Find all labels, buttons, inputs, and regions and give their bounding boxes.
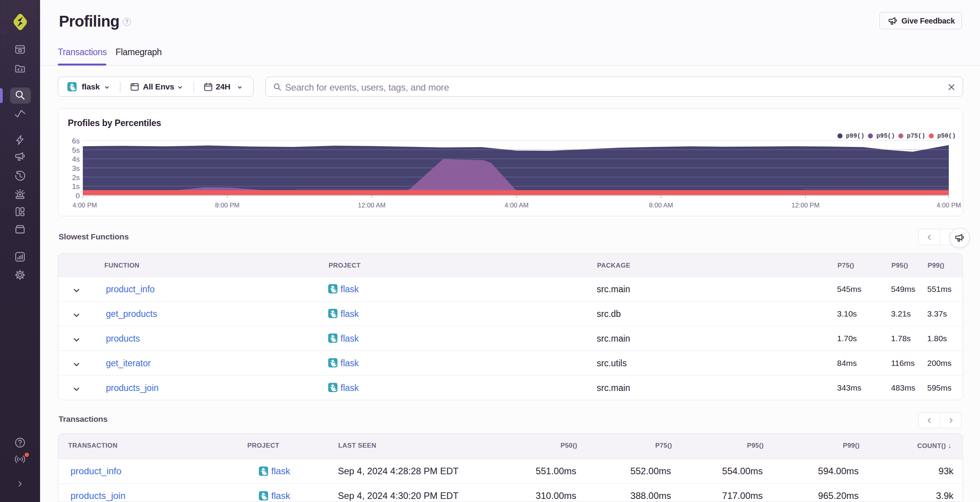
svg-text:2s: 2s: [72, 174, 80, 182]
svg-text:8:00 AM: 8:00 AM: [649, 202, 673, 209]
svg-text:8:00 PM: 8:00 PM: [215, 202, 239, 209]
svg-text:4:00 PM: 4:00 PM: [72, 202, 97, 209]
svg-text:3s: 3s: [72, 164, 80, 172]
svg-text:6s: 6s: [72, 137, 80, 145]
svg-text:4:00 AM: 4:00 AM: [505, 202, 529, 209]
svg-text:12:00 PM: 12:00 PM: [792, 202, 820, 209]
svg-text:12:00 AM: 12:00 AM: [358, 202, 386, 209]
svg-text:0: 0: [76, 192, 80, 200]
svg-text:5s: 5s: [72, 146, 80, 154]
svg-text:4s: 4s: [72, 155, 80, 163]
svg-text:1s: 1s: [72, 182, 80, 190]
svg-text:4:00 PM: 4:00 PM: [936, 202, 961, 209]
